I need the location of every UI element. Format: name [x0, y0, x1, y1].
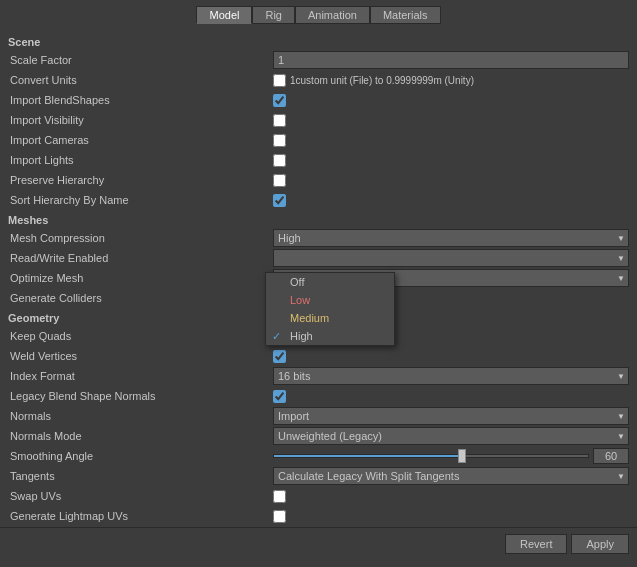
generate-colliders-label: Generate Colliders — [8, 292, 273, 304]
tangents-label: Tangents — [8, 470, 273, 482]
normals-mode-arrow: ▼ — [617, 432, 625, 441]
normals-mode-select[interactable]: Unweighted (Legacy) ▼ — [273, 427, 629, 445]
normals-mode-selected: Unweighted (Legacy) — [278, 430, 382, 442]
scale-factor-input[interactable] — [273, 51, 629, 69]
weld-vertices-value — [273, 350, 629, 363]
import-cameras-value — [273, 134, 629, 147]
generate-lightmap-uvs-label: Generate Lightmap UVs — [8, 510, 273, 522]
import-cameras-checkbox[interactable] — [273, 134, 286, 147]
tangents-selected: Calculate Legacy With Split Tangents — [278, 470, 459, 482]
sort-hierarchy-value — [273, 194, 629, 207]
tabs-bar: Model Rig Animation Materials — [0, 0, 637, 28]
tab-rig[interactable]: Rig — [252, 6, 295, 24]
legacy-blend-shape-normals-checkbox[interactable] — [273, 390, 286, 403]
import-blendshapes-checkbox[interactable] — [273, 94, 286, 107]
dropdown-high-check: ✓ — [272, 330, 281, 343]
dropdown-item-medium[interactable]: Medium — [266, 309, 394, 327]
index-format-selected: 16 bits — [278, 370, 310, 382]
footer: Revert Apply — [0, 527, 637, 560]
swap-uvs-checkbox[interactable] — [273, 490, 286, 503]
normals-mode-label: Normals Mode — [8, 430, 273, 442]
mesh-compression-label: Mesh Compression — [8, 232, 273, 244]
generate-lightmap-uvs-value — [273, 510, 629, 523]
import-lights-label: Import Lights — [8, 154, 273, 166]
generate-lightmap-uvs-checkbox[interactable] — [273, 510, 286, 523]
import-lights-checkbox[interactable] — [273, 154, 286, 167]
dropdown-low-label: Low — [290, 294, 310, 306]
tangents-arrow: ▼ — [617, 472, 625, 481]
import-blendshapes-value — [273, 94, 629, 107]
preserve-hierarchy-value — [273, 174, 629, 187]
meshes-section-header: Meshes — [8, 210, 629, 228]
legacy-blend-shape-normals-label: Legacy Blend Shape Normals — [8, 390, 273, 402]
mesh-compression-dropdown: Off Low Medium ✓ High — [265, 272, 395, 346]
sort-hierarchy-checkbox[interactable] — [273, 194, 286, 207]
revert-button[interactable]: Revert — [505, 534, 567, 554]
smoothing-angle-thumb[interactable] — [458, 449, 466, 463]
dropdown-item-low[interactable]: Low — [266, 291, 394, 309]
normals-arrow: ▼ — [617, 412, 625, 421]
smoothing-angle-track[interactable] — [273, 454, 589, 458]
convert-units-label: Convert Units — [8, 74, 273, 86]
import-lights-value — [273, 154, 629, 167]
tab-model[interactable]: Model — [196, 6, 252, 24]
weld-vertices-checkbox[interactable] — [273, 350, 286, 363]
sort-hierarchy-label: Sort Hierarchy By Name — [8, 194, 273, 206]
smoothing-angle-number: 60 — [593, 448, 629, 464]
normals-selected: Import — [278, 410, 309, 422]
smoothing-angle-value: 60 — [273, 448, 629, 464]
preserve-hierarchy-checkbox[interactable] — [273, 174, 286, 187]
preserve-hierarchy-label: Preserve Hierarchy — [8, 174, 273, 186]
import-visibility-checkbox[interactable] — [273, 114, 286, 127]
read-write-label: Read/Write Enabled — [8, 252, 273, 264]
import-cameras-label: Import Cameras — [8, 134, 273, 146]
keep-quads-label: Keep Quads — [8, 330, 273, 342]
dropdown-high-label: High — [290, 330, 313, 342]
tab-materials[interactable]: Materials — [370, 6, 441, 24]
tab-animation[interactable]: Animation — [295, 6, 370, 24]
read-write-arrow: ▼ — [617, 254, 625, 263]
mesh-compression-arrow: ▼ — [617, 234, 625, 243]
smoothing-angle-fill — [274, 455, 462, 457]
content-area: Scene Scale Factor Convert Units 1custom… — [0, 28, 637, 527]
import-visibility-label: Import Visibility — [8, 114, 273, 126]
import-visibility-value — [273, 114, 629, 127]
dropdown-item-off[interactable]: Off — [266, 273, 394, 291]
apply-button[interactable]: Apply — [571, 534, 629, 554]
smoothing-angle-label: Smoothing Angle — [8, 450, 273, 462]
convert-units-value: 1custom unit (File) to 0.9999999m (Unity… — [273, 74, 629, 87]
index-format-select[interactable]: 16 bits ▼ — [273, 367, 629, 385]
weld-vertices-label: Weld Vertices — [8, 350, 273, 362]
mesh-compression-select[interactable]: High ▼ — [273, 229, 629, 247]
scale-factor-value — [273, 51, 629, 69]
read-write-select[interactable]: ▼ — [273, 249, 629, 267]
index-format-arrow: ▼ — [617, 372, 625, 381]
optimize-mesh-arrow: ▼ — [617, 274, 625, 283]
swap-uvs-value — [273, 490, 629, 503]
dropdown-off-label: Off — [290, 276, 304, 288]
normals-label: Normals — [8, 410, 273, 422]
tangents-select[interactable]: Calculate Legacy With Split Tangents ▼ — [273, 467, 629, 485]
scale-factor-label: Scale Factor — [8, 54, 273, 66]
convert-units-checkbox[interactable] — [273, 74, 286, 87]
dropdown-item-high[interactable]: ✓ High — [266, 327, 394, 345]
swap-uvs-label: Swap UVs — [8, 490, 273, 502]
import-blendshapes-label: Import BlendShapes — [8, 94, 273, 106]
convert-units-text: 1custom unit (File) to 0.9999999m (Unity… — [290, 75, 474, 86]
mesh-compression-selected: High — [278, 232, 301, 244]
legacy-blend-shape-normals-value — [273, 390, 629, 403]
index-format-label: Index Format — [8, 370, 273, 382]
optimize-mesh-label: Optimize Mesh — [8, 272, 273, 284]
scene-section-header: Scene — [8, 32, 629, 50]
dropdown-medium-label: Medium — [290, 312, 329, 324]
normals-select[interactable]: Import ▼ — [273, 407, 629, 425]
